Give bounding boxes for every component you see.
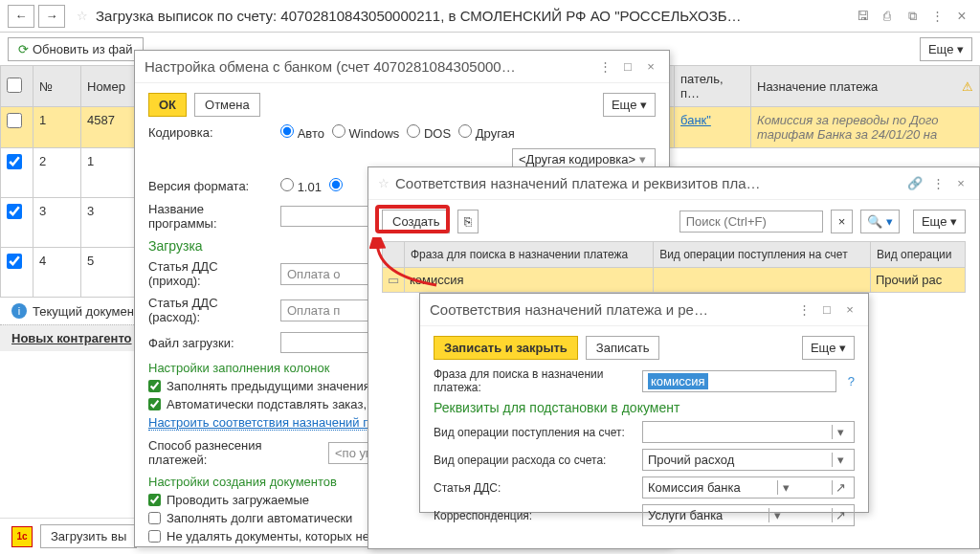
cancel-button[interactable]: Отмена: [194, 93, 260, 117]
col-nomer[interactable]: Номер: [81, 66, 139, 107]
link-icon[interactable]: 🔗: [906, 176, 924, 190]
more-button[interactable]: Еще ▾: [603, 93, 656, 117]
encoding-label: Кодировка:: [148, 125, 273, 140]
star-icon[interactable]: ☆: [77, 9, 88, 23]
row-check[interactable]: [7, 204, 22, 219]
row-check[interactable]: [7, 154, 22, 169]
corr-select[interactable]: Услуги банка▾↗: [642, 504, 855, 526]
chk-delete[interactable]: [148, 530, 161, 543]
copy-button[interactable]: ⎘: [457, 210, 479, 233]
list-row[interactable]: ▭ комиссия Прочий рас: [383, 268, 966, 293]
chk-conduct[interactable]: [148, 494, 161, 506]
op-in-select[interactable]: ▾: [642, 421, 855, 443]
more-button[interactable]: Еще ▾: [802, 336, 855, 360]
correspondence-edit-dialog: Соответствия назначений платежа и ре… ⋮ …: [419, 293, 869, 513]
more-button[interactable]: Еще ▾: [913, 210, 966, 233]
restore-icon[interactable]: □: [619, 59, 636, 74]
save-close-button[interactable]: Записать и закрыть: [434, 336, 578, 360]
help-icon[interactable]: ?: [848, 374, 855, 388]
close-icon[interactable]: ×: [952, 176, 969, 190]
clear-search[interactable]: ×: [831, 210, 854, 233]
op-out-select[interactable]: Прочий расход▾: [642, 449, 855, 471]
row-check[interactable]: [7, 254, 22, 269]
restore-icon[interactable]: □: [818, 302, 835, 317]
more-button[interactable]: Еще ▾: [920, 37, 972, 61]
back-button[interactable]: ←: [8, 5, 34, 28]
col-num[interactable]: №: [33, 66, 81, 107]
create-button[interactable]: Создать: [382, 210, 450, 233]
phrase-input[interactable]: комиссия: [642, 370, 836, 392]
1c-logo: 1c: [11, 526, 33, 547]
search-input[interactable]: [679, 211, 823, 233]
fwd-button[interactable]: →: [38, 5, 65, 28]
more-icon[interactable]: ⋮: [929, 176, 947, 190]
chk-prev[interactable]: [148, 380, 161, 392]
check-all[interactable]: [7, 78, 22, 93]
col-nazn[interactable]: Назначение платежа ⚠: [751, 66, 980, 107]
row-check[interactable]: [7, 113, 22, 128]
refresh-button[interactable]: ⟳Обновить из фай: [8, 37, 144, 61]
more-icon[interactable]: ⋮: [596, 59, 613, 74]
search-button[interactable]: 🔍 ▾: [860, 210, 900, 233]
chk-auto[interactable]: [148, 398, 161, 410]
load-button[interactable]: Загрузить вы: [40, 524, 137, 548]
ok-button[interactable]: ОК: [148, 93, 187, 117]
close-icon[interactable]: ×: [841, 302, 858, 317]
page-title: Загрузка выписок по счету: 4070281084305…: [96, 8, 848, 24]
info-text: Текущий докумен: [33, 304, 134, 319]
new-link[interactable]: Новых контрагенто: [11, 331, 132, 345]
write-button[interactable]: Записать: [586, 336, 660, 360]
more-icon[interactable]: ⋮: [926, 6, 947, 27]
close-icon[interactable]: ×: [642, 59, 659, 74]
chk-debts[interactable]: [148, 512, 161, 524]
save-icon[interactable]: 🖫: [852, 6, 873, 27]
copy-icon[interactable]: ⧉: [902, 6, 923, 27]
more-icon[interactable]: ⋮: [795, 302, 813, 317]
version-label: Версия формата:: [148, 179, 273, 193]
info-icon: i: [11, 303, 27, 319]
dialog-title: Настройка обмена с банком (счет 40702810…: [145, 58, 590, 75]
dds-select[interactable]: Комиссия банка▾↗: [642, 476, 855, 499]
col-platel[interactable]: патель, п…: [675, 66, 751, 107]
close-icon[interactable]: ×: [951, 6, 972, 27]
print-icon[interactable]: ⎙: [877, 6, 898, 27]
